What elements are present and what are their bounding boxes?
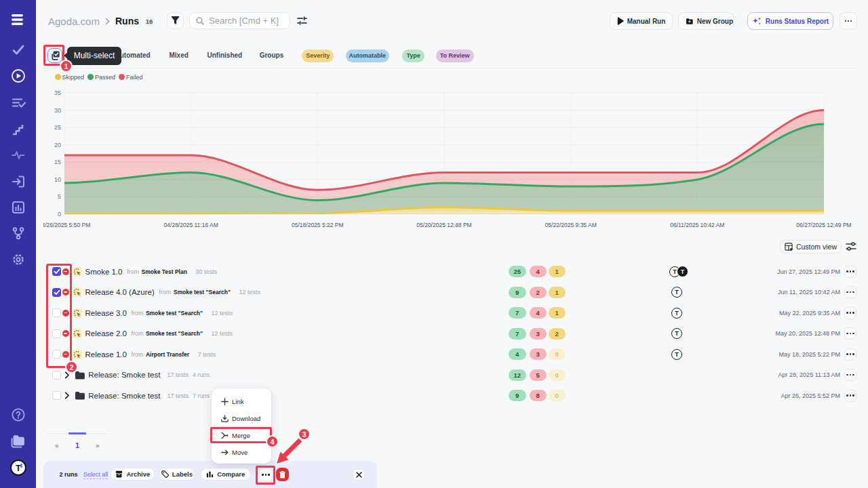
svg-text:10: 10 (54, 176, 61, 183)
svg-text:25: 25 (54, 124, 61, 131)
svg-text:35: 35 (54, 89, 61, 96)
svg-text:04/26/2025 5:50 PM: 04/26/2025 5:50 PM (43, 222, 90, 228)
svg-text:20: 20 (54, 142, 61, 148)
svg-text:04/28/2025 11:16 AM: 04/28/2025 11:16 AM (164, 222, 218, 228)
svg-text:15: 15 (54, 159, 61, 165)
svg-text:30: 30 (54, 107, 61, 114)
svg-text:5: 5 (58, 193, 61, 200)
svg-text:05/18/2025 5:22 PM: 05/18/2025 5:22 PM (292, 222, 344, 228)
svg-text:05/22/2025 9:35 AM: 05/22/2025 9:35 AM (545, 222, 597, 228)
svg-text:0: 0 (58, 211, 61, 218)
svg-text:06/27/2025 12:49 PM: 06/27/2025 12:49 PM (796, 222, 851, 228)
svg-text:06/11/2025 10:42 AM: 06/11/2025 10:42 AM (670, 222, 724, 228)
svg-text:05/20/2025 12:48 PM: 05/20/2025 12:48 PM (416, 222, 471, 228)
